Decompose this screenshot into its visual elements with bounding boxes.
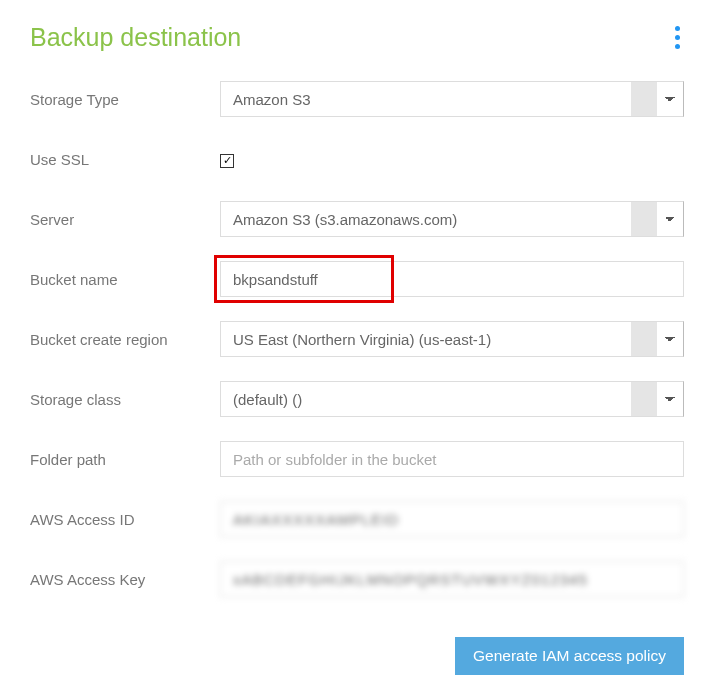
aws-access-id-label: AWS Access ID	[30, 511, 220, 528]
storage-type-label: Storage Type	[30, 91, 220, 108]
bucket-region-select[interactable]: US East (Northern Virginia) (us-east-1)	[220, 321, 684, 357]
aws-access-key-input[interactable]	[220, 561, 684, 597]
bucket-name-label: Bucket name	[30, 271, 220, 288]
page-title: Backup destination	[30, 23, 241, 52]
use-ssl-label: Use SSL	[30, 151, 220, 168]
generate-iam-policy-button[interactable]: Generate IAM access policy	[455, 637, 684, 675]
folder-path-label: Folder path	[30, 451, 220, 468]
more-menu-icon[interactable]	[671, 22, 684, 53]
storage-type-select[interactable]: Amazon S3	[220, 81, 684, 117]
bucket-name-input[interactable]	[220, 261, 684, 297]
storage-class-label: Storage class	[30, 391, 220, 408]
aws-access-id-input[interactable]	[220, 501, 684, 537]
use-ssl-checkbox[interactable]: ✓	[220, 154, 234, 168]
storage-class-select[interactable]: (default) ()	[220, 381, 684, 417]
server-label: Server	[30, 211, 220, 228]
bucket-region-label: Bucket create region	[30, 331, 220, 348]
aws-access-key-label: AWS Access Key	[30, 571, 220, 588]
folder-path-input[interactable]	[220, 441, 684, 477]
server-select[interactable]: Amazon S3 (s3.amazonaws.com)	[220, 201, 684, 237]
